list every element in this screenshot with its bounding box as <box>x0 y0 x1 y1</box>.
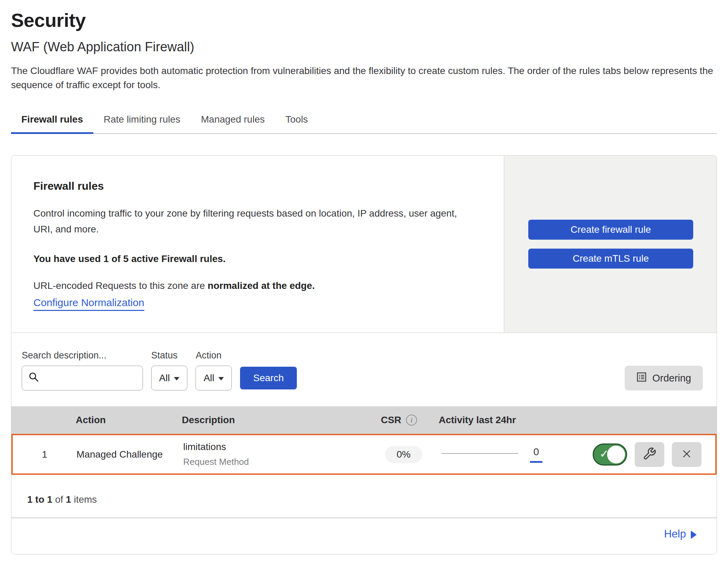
pagination-range: 1 to 1 <box>27 494 52 505</box>
firewall-rules-card: Firewall rules Control incoming traffic … <box>11 155 717 554</box>
toggle-knob <box>607 446 625 463</box>
action-label: Action <box>196 350 232 361</box>
search-group: Search description... <box>22 350 143 390</box>
status-group: Status All <box>151 350 187 390</box>
csr-badge: 0% <box>385 446 422 463</box>
status-label: Status <box>151 350 187 361</box>
usage-line: You have used 1 of 5 active Firewall rul… <box>33 253 490 264</box>
chevron-down-icon <box>174 377 179 380</box>
normalization-line: URL-encoded Requests to this zone are no… <box>33 280 490 291</box>
activity-legend-dash <box>530 461 542 463</box>
search-label: Search description... <box>22 350 143 361</box>
card-top-section: Firewall rules Control incoming traffic … <box>11 156 717 333</box>
rule-description-cell: limitations Request Method <box>183 441 373 467</box>
delete-rule-button[interactable] <box>672 442 701 467</box>
normalization-prefix: URL-encoded Requests to this zone are <box>33 280 208 291</box>
normalization-bold: normalized at the edge. <box>208 280 315 291</box>
pagination-total: 1 <box>66 494 71 505</box>
tab-managed-rules[interactable]: Managed rules <box>191 110 275 133</box>
search-input[interactable] <box>22 366 143 390</box>
search-icon <box>28 372 40 385</box>
activity-sparkline <box>441 453 518 454</box>
action-column-header: Action <box>75 415 182 426</box>
help-label: Help <box>664 528 686 540</box>
pagination: 1 to 1 of 1 items <box>11 475 717 518</box>
action-select[interactable]: All <box>196 366 232 390</box>
close-icon <box>680 448 693 461</box>
page-title: Security <box>11 9 717 31</box>
page-description: The Cloudflare WAF provides both automat… <box>11 64 717 92</box>
rule-activity-cell: 0 <box>435 446 559 463</box>
wrench-icon <box>643 447 656 462</box>
tab-rate-limiting-rules[interactable]: Rate limiting rules <box>93 110 191 133</box>
csr-column-header: CSR i <box>374 415 436 426</box>
chevron-down-icon <box>218 377 224 380</box>
configure-normalization-link[interactable]: Configure Normalization <box>33 297 144 311</box>
edit-rule-button[interactable] <box>635 442 664 467</box>
security-waf-page: Security WAF (Web Application Firewall) … <box>0 0 728 554</box>
activity-column-header: Activity last 24hr <box>436 415 560 426</box>
card-heading: Firewall rules <box>33 180 490 192</box>
filter-bar: Search description... Status All Action … <box>11 333 717 406</box>
action-group: Action All <box>196 350 232 390</box>
activity-value: 0 <box>530 446 542 463</box>
rule-action: Managed Challenge <box>76 449 183 460</box>
rule-expression: Request Method <box>183 457 373 467</box>
page-subtitle: WAF (Web Application Firewall) <box>11 40 717 54</box>
ordering-button-label: Ordering <box>652 373 691 384</box>
actions-panel: Create firewall rule Create mTLS rule <box>504 156 717 333</box>
tab-firewall-rules[interactable]: Firewall rules <box>11 110 93 133</box>
info-icon[interactable]: i <box>406 415 417 426</box>
rule-csr-cell: 0% <box>373 446 435 463</box>
card-description: Control incoming traffic to your zone by… <box>33 206 478 237</box>
tab-tools[interactable]: Tools <box>275 110 318 133</box>
table-row: 1 Managed Challenge limitations Request … <box>11 434 717 475</box>
action-select-value: All <box>204 373 214 384</box>
csr-header-label: CSR <box>381 415 401 426</box>
help-link[interactable]: Help <box>664 528 697 540</box>
create-mtls-rule-button[interactable]: Create mTLS rule <box>528 249 693 269</box>
pagination-items: items <box>71 494 97 505</box>
firewall-rules-info: Firewall rules Control incoming traffic … <box>11 156 504 333</box>
activity-count-link[interactable]: 0 <box>533 446 539 458</box>
rule-enabled-toggle[interactable]: ✓ <box>593 443 627 466</box>
table-header: Action Description CSR i Activity last 2… <box>11 406 717 434</box>
arrow-right-icon <box>691 531 697 539</box>
rule-controls: ✓ <box>559 442 715 467</box>
status-select-value: All <box>159 373 170 384</box>
search-button[interactable]: Search <box>240 367 297 389</box>
waf-tabs: Firewall rules Rate limiting rules Manag… <box>11 110 717 134</box>
rule-description: limitations <box>183 441 373 452</box>
pagination-of: of <box>52 494 66 505</box>
rule-priority: 1 <box>13 449 76 460</box>
create-firewall-rule-button[interactable]: Create firewall rule <box>528 220 693 240</box>
help-row: Help <box>11 518 717 554</box>
status-select[interactable]: All <box>151 366 187 390</box>
description-column-header: Description <box>182 415 374 426</box>
ordering-button[interactable]: Ordering <box>625 366 703 390</box>
list-icon <box>636 372 647 385</box>
